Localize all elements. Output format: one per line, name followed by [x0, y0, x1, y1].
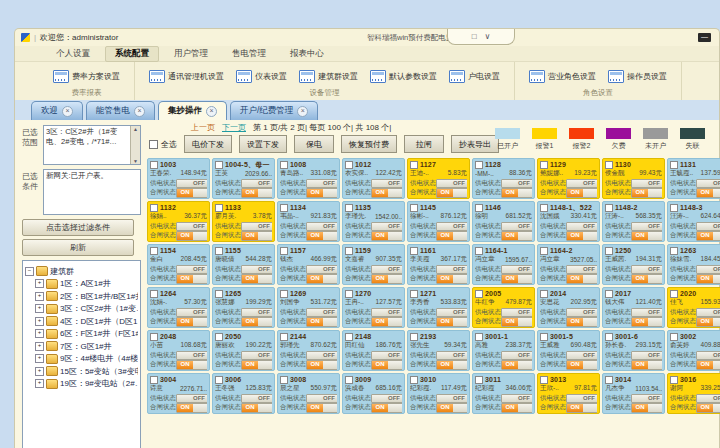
card-checkbox[interactable] — [475, 247, 483, 255]
tree-item[interactable]: + 7区：G区1#井 — [25, 341, 138, 352]
meter-card[interactable]: 1146 徐明 681.52元 供电状态 OFF 合闸状态 — [472, 201, 535, 242]
meter-card[interactable]: 3004 诗意 2276.71.. 供电状态 OFF 合闸状 — [147, 373, 210, 414]
meter-card[interactable]: 1132 徐娟.. 36.37元 供电状态 OFF 合闸状态 — [147, 201, 210, 242]
supply-status-toggle[interactable]: OFF — [371, 222, 402, 232]
supply-status-toggle[interactable]: OFF — [631, 222, 662, 232]
document-tab[interactable]: 开户/纪费管理× — [230, 101, 318, 120]
meter-card[interactable]: 1269 刘国争 531.72元 供电状态 OFF 合闸状态 — [277, 287, 340, 328]
supply-status-toggle[interactable]: OFF — [566, 394, 597, 404]
scroll-down-icon[interactable]: ▼ — [133, 158, 138, 165]
choose-filter-button[interactable]: 点击选择过滤条件 — [22, 219, 134, 236]
expand-expander-icon[interactable]: + — [35, 342, 44, 351]
card-checkbox[interactable] — [410, 333, 418, 341]
card-checkbox[interactable] — [605, 376, 613, 384]
gate-status-toggle[interactable]: ON — [631, 360, 662, 370]
card-checkbox[interactable] — [215, 204, 223, 212]
prev-page-link[interactable]: 上一页 — [191, 122, 215, 133]
ribbon-collapse-control[interactable]: □∨ — [447, 29, 515, 45]
meter-card[interactable]: 1003 王春荣. 148.94元 供电状态 OFF 合闸状 — [147, 158, 210, 199]
meter-card[interactable]: 3002 俞芙婷 409.88元 供电状态 OFF 合闸状态 — [667, 330, 720, 371]
supply-status-toggle[interactable]: OFF — [371, 179, 402, 189]
meter-card[interactable]: 1130 侯金靓 99.43元 供电状态 OFF 合闸状态 — [602, 158, 665, 199]
supply-status-toggle[interactable]: OFF — [631, 394, 662, 404]
ribbon-button[interactable]: 仪表设置 — [230, 70, 293, 83]
meter-card[interactable]: 1127 王迪-.. 5.83元 供电状态 OFF 合闸状态 — [407, 158, 470, 199]
select-all-checkbox[interactable] — [149, 140, 158, 149]
supply-status-toggle[interactable]: OFF — [306, 308, 337, 318]
gate-status-toggle[interactable]: ON — [566, 317, 597, 327]
meter-card[interactable]: 1134 韦晶-.. 921.83元 供电状态 OFF 合闸 — [277, 201, 340, 242]
tree-item[interactable]: + 6区：F区1#井（F区1#… — [25, 328, 138, 339]
minimize-button[interactable]: — — [698, 33, 711, 42]
scroll-up-icon[interactable]: ▲ — [133, 126, 138, 133]
supply-status-toggle[interactable]: OFF — [631, 265, 662, 275]
meter-card[interactable]: 3010 纪彩霞. 117.49元 供电状态 OFF 合闸状 — [407, 373, 470, 414]
card-checkbox[interactable] — [215, 376, 223, 384]
gate-status-toggle[interactable]: ON — [501, 403, 532, 413]
meter-card[interactable]: 3011 纪彩霞 346.06元 供电状态 OFF 合闸状态 — [472, 373, 535, 414]
meter-card[interactable]: 2005 牛红争 479.87元 供电状态 OFF 合闸状态 — [472, 287, 535, 328]
card-checkbox[interactable] — [475, 161, 483, 169]
gate-status-toggle[interactable]: ON — [501, 274, 532, 284]
supply-status-toggle[interactable]: OFF — [241, 265, 272, 275]
card-checkbox[interactable] — [540, 333, 548, 341]
supply-status-toggle[interactable]: OFF — [306, 222, 337, 232]
gate-status-toggle[interactable]: ON — [306, 403, 337, 413]
meter-card[interactable]: 1155 唐晓倩 544.28元 供电状态 OFF 合闸状态 — [212, 244, 275, 285]
card-checkbox[interactable] — [605, 290, 613, 298]
supply-status-toggle[interactable]: OFF — [566, 265, 597, 275]
gate-status-toggle[interactable]: ON — [696, 188, 720, 198]
menu-item[interactable]: 报表中心 — [281, 47, 333, 61]
meter-card[interactable]: 2050 唐丽欢 190.22元 供电状态 OFF 合闸状态 — [212, 330, 275, 371]
expand-expander-icon[interactable]: + — [35, 279, 44, 288]
menu-item[interactable]: 个人设置 — [47, 47, 99, 61]
meter-card[interactable]: 2144 郭瑾先 870.62元 供电状态 OFF 合闸状态 — [277, 330, 340, 371]
supply-status-toggle[interactable]: OFF — [176, 222, 207, 232]
meter-card[interactable]: 3001-5 王威雅 690.48元 供电状态 OFF 合闸 — [537, 330, 600, 371]
gate-status-toggle[interactable]: ON — [371, 317, 402, 327]
tree-item[interactable]: + 2区：B区1#井/B区1#井 — [25, 291, 138, 302]
selected-range-listbox[interactable]: 3区：C区2#井（1#变电、2#变电，/*71#… ▲▼ — [43, 125, 141, 165]
supply-status-toggle[interactable]: OFF — [631, 351, 662, 361]
supply-status-toggle[interactable]: OFF — [696, 351, 720, 361]
supply-status-toggle[interactable]: OFF — [241, 179, 272, 189]
supply-status-toggle[interactable]: OFF — [371, 394, 402, 404]
card-checkbox[interactable] — [475, 290, 483, 298]
expand-expander-icon[interactable]: + — [35, 367, 44, 376]
card-checkbox[interactable] — [670, 204, 678, 212]
supply-status-toggle[interactable]: OFF — [241, 351, 272, 361]
card-checkbox[interactable] — [345, 247, 353, 255]
meter-card[interactable]: 1265 张慧娜 199.29元 供电状态 OFF 合闸状态 — [212, 287, 275, 328]
meter-card[interactable]: 1008 青岛路.. 331.08元 供电状态 OFF 合闸 — [277, 158, 340, 199]
meter-card[interactable]: 1164-2 冯立章 3527.05.. 供电状态 OFF — [537, 244, 600, 285]
gate-status-toggle[interactable]: ON — [436, 274, 467, 284]
gate-status-toggle[interactable]: ON — [306, 360, 337, 370]
tab-close-icon[interactable]: × — [206, 106, 217, 117]
meter-card[interactable]: 2148 田红仙 186.76元 供电状态 OFF 合闸状态 — [342, 330, 405, 371]
card-checkbox[interactable] — [150, 161, 158, 169]
supply-status-toggle[interactable]: OFF — [306, 351, 337, 361]
meter-card[interactable]: 2048 小苗 108.68元 供电状态 OFF 合闸状态 — [147, 330, 210, 371]
tree-item[interactable]: + 3区：C区2#井（1#变… — [25, 303, 138, 314]
gate-status-toggle[interactable]: ON — [371, 231, 402, 241]
supply-status-toggle[interactable]: OFF — [241, 394, 272, 404]
meter-card[interactable]: 1154 金白 208.45元 供电状态 OFF 合闸状态 — [147, 244, 210, 285]
card-checkbox[interactable] — [345, 161, 353, 169]
supply-status-toggle[interactable]: OFF — [176, 308, 207, 318]
gate-status-toggle[interactable]: ON — [306, 317, 337, 327]
supply-status-toggle[interactable]: OFF — [436, 222, 467, 232]
supply-status-toggle[interactable]: OFF — [241, 222, 272, 232]
card-checkbox[interactable] — [280, 247, 288, 255]
ribbon-button[interactable]: 通讯管理机设置 — [143, 70, 230, 83]
supply-status-toggle[interactable]: OFF — [176, 351, 207, 361]
card-checkbox[interactable] — [345, 204, 353, 212]
card-checkbox[interactable] — [215, 333, 223, 341]
menu-item[interactable]: 售电管理 — [223, 47, 275, 61]
card-checkbox[interactable] — [410, 204, 418, 212]
card-checkbox[interactable] — [280, 161, 288, 169]
ribbon-button[interactable]: 操作员设置 — [602, 70, 673, 83]
supply-status-toggle[interactable]: OFF — [306, 179, 337, 189]
gate-status-toggle[interactable]: ON — [306, 231, 337, 241]
supply-status-toggle[interactable]: OFF — [631, 308, 662, 318]
card-checkbox[interactable] — [280, 204, 288, 212]
